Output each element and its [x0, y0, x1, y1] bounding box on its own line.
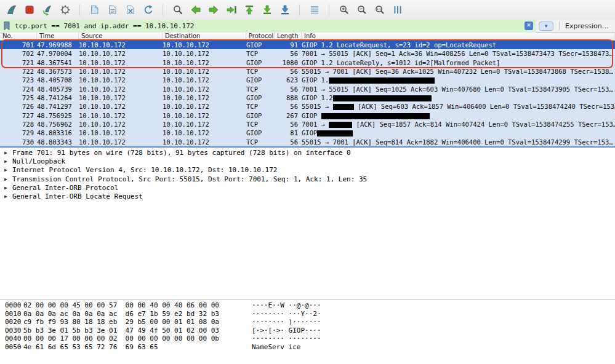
column-header-no[interactable]: No. — [0, 33, 37, 40]
info-cell: GIOP 1. — [302, 76, 615, 84]
detail-row-tcp[interactable]: ▶Transmission Control Protocol, Src Port… — [0, 175, 615, 183]
source-cell: 10.10.10.172 — [79, 93, 163, 102]
hex-offset: 0020 — [0, 318, 23, 326]
reload-icon[interactable] — [140, 2, 156, 17]
save-file-icon[interactable] — [104, 2, 121, 17]
column-header-source[interactable]: Source — [79, 33, 163, 40]
expand-triangle-icon[interactable]: ▶ — [4, 167, 12, 173]
info-cell: GIOP — [302, 111, 615, 120]
detail-row-giop[interactable]: ▶General Inter-ORB Protocol — [0, 183, 615, 192]
expand-triangle-icon[interactable]: ▶ — [4, 194, 12, 199]
resize-columns-icon[interactable] — [389, 2, 406, 17]
capture-options-icon[interactable] — [57, 2, 73, 17]
packet-row-723[interactable]: 72348.40570810.10.10.17210.10.10.172GIOP… — [0, 76, 615, 84]
info-cell: 7001 → 55015 [ACK] Seq=1025 Ack=603 Win=… — [302, 85, 615, 93]
packet-row-729[interactable]: 72948.80331610.10.10.17210.10.10.172GIOP… — [0, 129, 615, 137]
length-cell: 81 — [275, 129, 302, 137]
info-text: [ACK] Seq=603 Ack=1857 Win=406400 Len=0 … — [354, 103, 615, 110]
expand-triangle-icon[interactable]: ▶ — [4, 159, 12, 164]
hex-line-0010[interactable]: 00100a 0a 0a ac 0a 0a 0a ac d6 e7 1b 59 … — [0, 310, 615, 318]
info-text: GIOP 1. — [302, 76, 329, 84]
protocol-cell: GIOP — [246, 93, 275, 102]
zoom-in-icon[interactable] — [336, 2, 352, 17]
source-cell: 10.10.10.172 — [79, 67, 163, 76]
last-packet-icon[interactable] — [259, 2, 275, 17]
toolbar-separator — [79, 4, 80, 15]
filter-separator — [559, 22, 560, 30]
svg-text:1:1: 1:1 — [376, 7, 380, 10]
detail-row-giop-locate-request[interactable]: ▶General Inter-ORB Locate Request — [0, 192, 615, 200]
find-packet-icon[interactable] — [169, 2, 186, 17]
hex-bytes: c9 fb f9 93 80 18 18 eb 29 b5 00 00 01 0… — [23, 318, 252, 326]
packet-row-730[interactable]: 73048.80334310.10.10.17210.10.10.172TCP5… — [0, 138, 615, 146]
redaction-box — [329, 122, 352, 128]
info-text: GIOP 1.2 LocateReply, s=1012 id=2[Malfor… — [302, 59, 500, 66]
bookmark-icon[interactable] — [2, 21, 12, 31]
autoscroll-icon[interactable] — [276, 2, 293, 17]
open-file-icon[interactable] — [86, 2, 103, 17]
time-cell: 48.405739 — [37, 85, 79, 93]
expand-triangle-icon[interactable]: ▶ — [4, 185, 12, 191]
packet-row-726[interactable]: 72648.74129710.10.10.17210.10.10.172TCP5… — [0, 102, 615, 111]
next-packet-icon[interactable] — [205, 2, 222, 17]
time-cell: 48.741297 — [37, 102, 79, 111]
hex-line-0020[interactable]: 0020c9 fb f9 93 80 18 18 eb 29 b5 00 00 … — [0, 318, 615, 326]
info-cell: 7001 → 55015 [ACK] Seq=1 Ack=36 Win=4082… — [302, 49, 615, 58]
packet-row-701[interactable]: 70147.96998810.10.10.17210.10.10.172GIOP… — [0, 41, 615, 49]
info-text: GIOP — [302, 112, 321, 119]
hex-line-0030[interactable]: 00305b b3 3e 01 5b b3 3e 01 47 49 4f 50 … — [0, 326, 615, 335]
length-cell: 623 — [275, 76, 302, 84]
info-text: 55015 → — [302, 103, 333, 110]
expand-triangle-icon[interactable]: ▶ — [4, 176, 12, 182]
no-cell: 724 — [0, 85, 37, 93]
column-header-length[interactable]: Length — [275, 33, 302, 40]
goto-packet-icon[interactable] — [223, 2, 239, 17]
packet-row-728[interactable]: 72848.75696210.10.10.17210.10.10.172TCP5… — [0, 120, 615, 129]
column-header-info[interactable]: Info — [302, 33, 615, 40]
detail-row-null-loopback[interactable]: ▶Null/Loopback — [0, 157, 615, 165]
time-cell: 48.803316 — [37, 129, 79, 137]
packet-row-724[interactable]: 72448.40573910.10.10.17210.10.10.172TCP5… — [0, 85, 615, 93]
packet-row-725[interactable]: 72548.74126410.10.10.17210.10.10.172GIOP… — [0, 93, 615, 102]
detail-row-ipv4[interactable]: ▶Internet Protocol Version 4, Src: 10.10… — [0, 166, 615, 175]
info-cell: 55015 → [ACK] Seq=603 Ack=1857 Win=40640… — [302, 102, 615, 111]
hex-line-0040[interactable]: 004000 00 00 17 00 00 00 02 00 00 00 00 … — [0, 334, 615, 343]
destination-cell: 10.10.10.172 — [163, 76, 246, 84]
close-file-icon[interactable] — [122, 2, 139, 17]
previous-packet-icon[interactable] — [187, 2, 204, 17]
source-cell: 10.10.10.172 — [79, 41, 163, 49]
clear-filter-icon[interactable]: ✕ — [525, 22, 533, 30]
detail-row-frame[interactable]: ▶Frame 701: 91 bytes on wire (728 bits),… — [0, 148, 615, 157]
time-cell: 48.803343 — [37, 138, 79, 146]
zoom-original-icon[interactable]: 1:1 — [371, 2, 388, 17]
zoom-out-icon[interactable] — [353, 2, 370, 17]
packet-row-722[interactable]: 72248.36757310.10.10.17210.10.10.172TCP5… — [0, 67, 615, 76]
restart-capture-icon[interactable] — [39, 2, 55, 17]
detail-text: General Inter-ORB Locate Request — [12, 192, 143, 200]
hex-line-0000[interactable]: 000002 00 00 00 45 00 00 57 00 00 40 00 … — [0, 301, 615, 310]
column-header-destination[interactable]: Destination — [163, 33, 246, 40]
start-capture-icon[interactable] — [3, 2, 20, 17]
display-filter-input[interactable]: tcp.port == 7001 and ip.addr == 10.10.10… — [12, 22, 525, 30]
first-packet-icon[interactable] — [241, 2, 257, 17]
pane-splitter[interactable] — [0, 146, 615, 148]
packet-row-721[interactable]: 72148.36754110.10.10.17210.10.10.172GIOP… — [0, 58, 615, 67]
packet-row-702[interactable]: 70247.97000410.10.10.17210.10.10.172TCP5… — [0, 49, 615, 58]
colorize-icon[interactable] — [306, 2, 323, 17]
display-filter-field[interactable]: tcp.port == 7001 and ip.addr == 10.10.10… — [0, 20, 536, 33]
filter-dropdown-icon[interactable]: ▾ — [539, 22, 553, 31]
hex-ascii: NameServ ice — [252, 343, 300, 352]
time-cell: 48.405708 — [37, 76, 79, 84]
column-header-time[interactable]: Time — [37, 33, 79, 40]
packet-row-727[interactable]: 72748.75692510.10.10.17210.10.10.172GIOP… — [0, 111, 615, 120]
hex-ascii: ····E··W ··@·@··· — [252, 301, 321, 310]
info-cell: GIOP — [302, 129, 615, 137]
stop-capture-icon[interactable] — [21, 2, 38, 17]
expand-triangle-icon[interactable]: ▶ — [4, 150, 12, 156]
column-header-protocol[interactable]: Protocol — [246, 33, 275, 40]
protocol-cell: GIOP — [246, 58, 275, 67]
protocol-cell: GIOP — [246, 41, 275, 49]
expression-button[interactable]: Expression… — [565, 22, 609, 30]
info-text: 7001 → 55015 [ACK] Seq=1025 Ack=603 Win=… — [302, 85, 613, 93]
hex-line-0050[interactable]: 00504e 61 6d 65 53 65 72 76 69 63 65Name… — [0, 343, 615, 352]
